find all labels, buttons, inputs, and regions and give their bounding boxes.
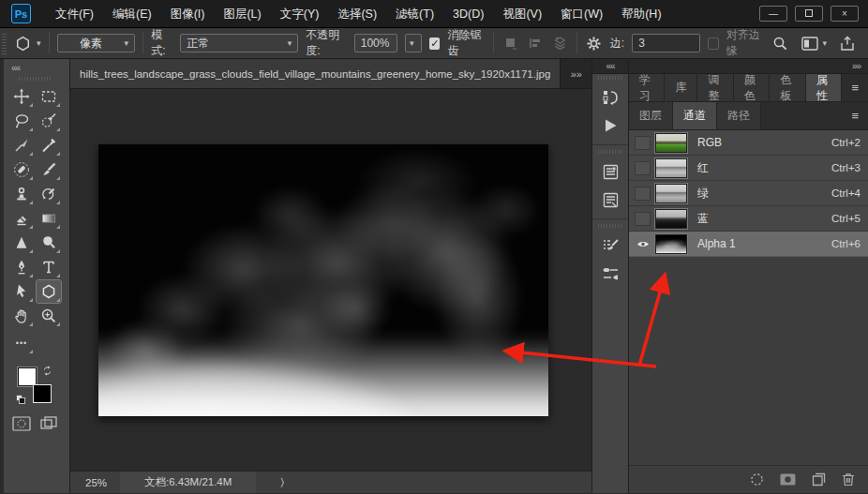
visibility-toggle[interactable] <box>635 212 651 226</box>
channel-row-blue[interactable]: 蓝 Ctrl+5 <box>629 206 868 232</box>
tab-channels[interactable]: 通道 <box>673 102 717 129</box>
new-channel-button[interactable] <box>812 472 826 487</box>
dodge-tool[interactable] <box>37 232 61 254</box>
align-edges-checkbox[interactable] <box>708 37 718 50</box>
channel-row-alpha-1[interactable]: Alpha 1 Ctrl+6 <box>629 232 868 257</box>
path-alignment-icon[interactable] <box>527 34 545 52</box>
sharpen-tool[interactable] <box>9 232 34 254</box>
expand-panels-button[interactable]: »» <box>852 61 861 71</box>
history-brush-tool[interactable] <box>37 183 61 205</box>
edit-toolbar-ellipsis[interactable]: ••• <box>9 332 34 354</box>
hand-tool[interactable] <box>9 305 34 327</box>
rectangular-marquee-tool[interactable] <box>37 85 61 108</box>
brush-tool[interactable] <box>37 158 61 181</box>
canvas-pasteboard[interactable] <box>70 89 591 471</box>
menu-3d[interactable]: 3D(D) <box>443 0 493 28</box>
history-panel-icon[interactable] <box>595 83 625 112</box>
menu-layer[interactable]: 图层(L) <box>214 0 270 28</box>
status-chevron-icon[interactable]: 〉 <box>256 476 284 488</box>
actions-panel-icon[interactable] <box>595 112 625 140</box>
brush-settings-panel-icon[interactable] <box>595 232 625 260</box>
gear-icon[interactable] <box>585 34 603 52</box>
strip-grip-handle[interactable] <box>598 224 622 228</box>
sides-input[interactable]: 3 <box>632 34 700 52</box>
pen-tool[interactable] <box>9 256 34 278</box>
path-arrangement-icon[interactable] <box>551 34 569 52</box>
close-button[interactable]: × <box>831 6 859 22</box>
menu-edit[interactable]: 编辑(E) <box>103 0 161 28</box>
opacity-input[interactable]: 100% <box>354 34 397 52</box>
tab-learn[interactable]: 学习 <box>629 74 665 101</box>
document-tab[interactable]: hills_trees_landscape_grass_clouds_field… <box>70 59 561 88</box>
swap-colors-icon[interactable] <box>42 366 52 376</box>
save-selection-as-channel-button[interactable] <box>780 473 796 486</box>
search-icon[interactable] <box>772 36 788 52</box>
collapse-tools-button[interactable]: «« <box>0 61 69 75</box>
tab-libraries[interactable]: 库 <box>665 74 697 101</box>
shape-mode-select[interactable]: 像素 ▾ <box>57 34 136 52</box>
default-colors-icon[interactable] <box>16 395 25 404</box>
tool-preset-picker[interactable]: ▾ <box>14 35 41 52</box>
visibility-toggle[interactable] <box>635 187 651 201</box>
eyedropper-tool[interactable] <box>37 134 61 157</box>
foreground-color-swatch[interactable] <box>18 367 37 386</box>
tab-swatches[interactable]: 色板 <box>770 74 805 101</box>
visibility-toggle[interactable] <box>635 161 651 175</box>
menu-help[interactable]: 帮助(H) <box>612 0 670 28</box>
screen-mode-button[interactable] <box>40 416 57 431</box>
blend-mode-select[interactable]: 正常 ▾ <box>180 34 298 52</box>
polygon-shape-tool[interactable] <box>37 280 61 303</box>
path-selection-tool[interactable] <box>9 280 34 303</box>
minimize-button[interactable]: — <box>759 6 787 22</box>
channel-row-red[interactable]: 红 Ctrl+3 <box>629 156 868 181</box>
path-operations-icon[interactable] <box>501 34 519 52</box>
channel-row-green[interactable]: 绿 Ctrl+4 <box>629 181 868 206</box>
tools-grip-handle[interactable] <box>19 77 51 81</box>
brushes-panel-icon[interactable] <box>595 260 625 288</box>
gradient-tool[interactable] <box>37 207 61 230</box>
strip-grip-handle[interactable] <box>598 150 622 154</box>
visibility-toggle[interactable] <box>635 136 651 150</box>
document-size-info[interactable]: 文档:6.43M/21.4M <box>120 472 256 493</box>
share-icon[interactable] <box>840 36 855 52</box>
tab-properties[interactable]: 属性 <box>806 74 842 101</box>
menu-filter[interactable]: 滤镜(T) <box>386 0 443 28</box>
strip-grip-handle[interactable] <box>598 76 622 80</box>
tab-overflow-chevron-icon[interactable]: »» <box>561 68 591 80</box>
opacity-dropdown-button[interactable]: ▾ <box>405 34 422 52</box>
channel-row-rgb[interactable]: RGB Ctrl+2 <box>629 130 868 156</box>
collapse-strip-button[interactable]: «« <box>592 59 628 74</box>
menu-file[interactable]: 文件(F) <box>46 0 103 28</box>
delete-channel-button[interactable] <box>842 472 855 487</box>
visibility-toggle[interactable] <box>635 237 651 251</box>
tab-layers[interactable]: 图层 <box>629 102 673 129</box>
antialias-checkbox[interactable]: ✓ <box>429 37 440 50</box>
lasso-tool[interactable] <box>9 110 34 132</box>
background-color-swatch[interactable] <box>33 384 52 403</box>
quick-selection-tool[interactable] <box>37 110 61 132</box>
eraser-tool[interactable] <box>9 207 34 230</box>
load-selection-button[interactable] <box>750 472 764 487</box>
paragraph-panel-icon[interactable] <box>595 186 625 214</box>
menu-type[interactable]: 文字(Y) <box>271 0 329 28</box>
spot-healing-brush-tool[interactable] <box>9 158 34 181</box>
character-panel-icon[interactable] <box>595 157 625 186</box>
options-grip-handle[interactable] <box>2 32 7 54</box>
crop-tool[interactable] <box>9 134 34 157</box>
menu-image[interactable]: 图像(I) <box>161 0 215 28</box>
menu-window[interactable]: 窗口(W) <box>551 0 612 28</box>
tab-adjustments[interactable]: 调整 <box>697 74 733 101</box>
tab-paths[interactable]: 路径 <box>717 102 761 129</box>
panel-menu-icon[interactable]: ≡ <box>842 81 868 95</box>
zoom-tool[interactable] <box>37 305 61 327</box>
maximize-button[interactable] <box>795 6 823 22</box>
menu-view[interactable]: 视图(V) <box>493 0 551 28</box>
move-tool[interactable] <box>9 85 34 108</box>
type-tool[interactable] <box>37 256 61 278</box>
clone-stamp-tool[interactable] <box>9 183 34 205</box>
menu-select[interactable]: 选择(S) <box>328 0 386 28</box>
zoom-level-field[interactable]: 25% <box>70 477 120 488</box>
tab-color[interactable]: 颜色 <box>734 74 770 101</box>
workspace-switcher[interactable]: ▾ <box>801 37 828 51</box>
quick-mask-button[interactable] <box>12 416 31 431</box>
